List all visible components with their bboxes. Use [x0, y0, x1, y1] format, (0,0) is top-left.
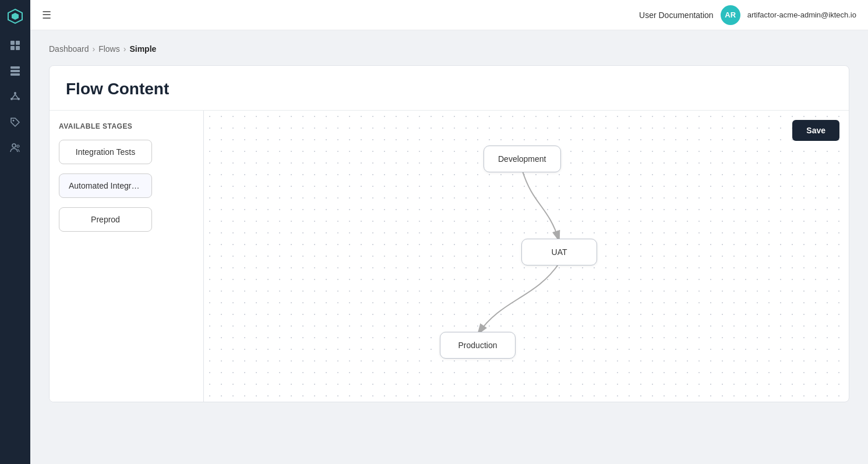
network-icon[interactable]	[5, 86, 26, 107]
breadcrumb: Dashboard › Flows › Simple	[49, 44, 849, 54]
svg-rect-8	[10, 73, 20, 76]
stage-item-automated-integration-tests[interactable]: Automated Integration Tests	[59, 173, 152, 198]
breadcrumb-current: Simple	[129, 44, 156, 54]
page-content: Dashboard › Flows › Simple Flow Content …	[30, 30, 868, 464]
save-button[interactable]: Save	[792, 120, 839, 141]
svg-rect-2	[10, 41, 15, 45]
header: ☰ User Documentation AR artifactor-acme-…	[30, 0, 868, 30]
svg-rect-6	[10, 66, 20, 69]
stage-item-preprod[interactable]: Preprod	[59, 207, 152, 232]
svg-point-16	[12, 144, 16, 147]
breadcrumb-sep-1: ›	[93, 44, 96, 54]
breadcrumb-dashboard[interactable]: Dashboard	[49, 44, 89, 54]
card-header: Flow Content	[50, 66, 849, 111]
header-right: User Documentation AR artifactor-acme-ad…	[639, 5, 856, 25]
svg-marker-1	[12, 13, 19, 20]
table-icon[interactable]	[5, 61, 26, 82]
users-icon[interactable]	[5, 137, 26, 158]
header-left: ☰	[42, 9, 51, 22]
svg-line-12	[12, 94, 15, 98]
breadcrumb-sep-2: ›	[124, 44, 126, 54]
svg-rect-4	[10, 46, 15, 50]
svg-point-17	[17, 145, 19, 147]
user-email: artifactor-acme-admin@iktech.io	[747, 10, 856, 19]
dashboard-icon[interactable]	[5, 35, 26, 56]
logo-icon[interactable]	[6, 7, 24, 26]
breadcrumb-flows[interactable]: Flows	[98, 44, 120, 54]
flow-node-uat[interactable]: UAT	[521, 239, 597, 265]
svg-point-15	[13, 120, 15, 122]
user-documentation-link[interactable]: User Documentation	[639, 10, 714, 20]
stage-item-integration-tests[interactable]: Integration Tests	[59, 140, 152, 164]
flow-node-production[interactable]: Production	[440, 332, 516, 359]
flow-node-development[interactable]: Development	[484, 146, 561, 172]
svg-rect-3	[16, 41, 20, 45]
svg-line-13	[15, 94, 18, 98]
stages-panel-title: Available Stages	[59, 122, 194, 130]
avatar[interactable]: AR	[721, 5, 740, 25]
svg-rect-7	[10, 70, 20, 72]
main-content: ☰ User Documentation AR artifactor-acme-…	[30, 0, 868, 464]
page-title: Flow Content	[66, 80, 832, 98]
stages-panel: Available Stages Integration Tests Autom…	[50, 111, 204, 402]
flow-content-card: Flow Content Available Stages Integratio…	[49, 65, 849, 402]
tag-icon[interactable]	[5, 112, 26, 133]
flow-canvas[interactable]: Save D	[204, 111, 849, 402]
flow-editor: Available Stages Integration Tests Autom…	[50, 111, 849, 402]
svg-rect-5	[16, 46, 20, 50]
sidebar	[0, 0, 30, 464]
hamburger-button[interactable]: ☰	[42, 9, 51, 22]
svg-point-9	[14, 92, 16, 94]
